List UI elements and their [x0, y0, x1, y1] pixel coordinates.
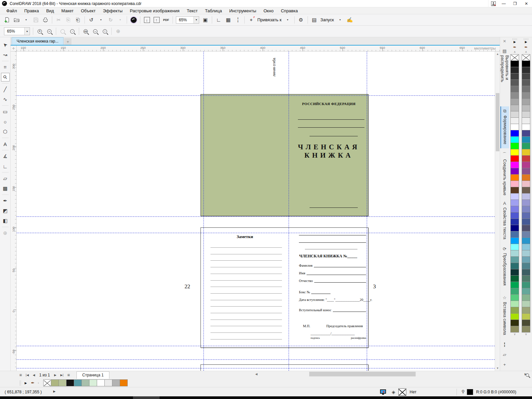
- standard-palette-swatch[interactable]: [510, 256, 519, 263]
- second-palette-swatch[interactable]: [522, 162, 530, 168]
- next-page-button[interactable]: ▶: [52, 372, 58, 378]
- name-row[interactable]: Имя: [299, 270, 366, 275]
- account-icon[interactable]: [488, 0, 498, 7]
- document-palette-swatch[interactable]: [104, 379, 112, 386]
- standard-palette-swatch[interactable]: [510, 231, 519, 238]
- color-proof-icon[interactable]: [380, 389, 386, 394]
- join-date-line[interactable]: Дата вступления: "____"______________20_…: [299, 298, 367, 302]
- freehand-tool-icon[interactable]: ╱: [1, 85, 10, 94]
- horizontal-guideline[interactable]: [17, 346, 495, 346]
- menu-item-table[interactable]: Таблица: [201, 7, 225, 14]
- menu-item-edit[interactable]: Правка: [21, 7, 43, 14]
- docker-tab-insert-symbol[interactable]: ☆Вставка символа: [500, 293, 509, 339]
- redo-button[interactable]: ↻: [106, 15, 115, 24]
- second-palette-swatch[interactable]: [522, 218, 530, 225]
- docker-tab-add-docker[interactable]: +: [500, 360, 509, 369]
- standard-palette-swatch[interactable]: [510, 73, 519, 80]
- document-palette-swatch[interactable]: [51, 379, 59, 386]
- vertical-guideline[interactable]: [367, 52, 367, 371]
- dimension-tool-icon[interactable]: ∡: [1, 152, 10, 161]
- docker-tab-align-distribute[interactable]: ▤Выровнять и распределить: [500, 47, 509, 105]
- menu-item-object[interactable]: Объект: [77, 7, 99, 14]
- standard-palette-swatch[interactable]: [510, 212, 519, 219]
- next-page-partial[interactable]: [200, 364, 368, 371]
- second-palette-swatch[interactable]: [522, 193, 530, 200]
- vertical-ruler[interactable]: 300250200150100500-50: [11, 52, 17, 371]
- launch-icon[interactable]: ▤: [310, 15, 319, 24]
- text-tool-icon[interactable]: A: [1, 140, 10, 148]
- zoom-to-all-objects-button[interactable]: ◦: [68, 27, 77, 36]
- standard-palette-swatch[interactable]: [510, 250, 519, 257]
- artistic-media-tool-icon[interactable]: ∿: [1, 95, 10, 104]
- cover-page[interactable]: РОССИЙСКАЯ ФЕДЕРАЦИЯ ЧЛЕНСКАЯ КНИЖКА: [200, 94, 368, 216]
- vertical-scroll-thumb[interactable]: [496, 93, 499, 151]
- notes-ruled-line[interactable]: [210, 326, 282, 326]
- open-button[interactable]: [12, 15, 21, 24]
- notes-ruled-line[interactable]: [210, 260, 282, 261]
- second-palette-swatch[interactable]: [522, 320, 530, 326]
- standard-palette-swatch[interactable]: [510, 206, 519, 212]
- form-blank-line[interactable]: [299, 242, 366, 243]
- standard-palette-swatch[interactable]: [510, 269, 519, 276]
- left-page-number[interactable]: 22: [185, 283, 190, 290]
- scroll-up-arrow[interactable]: ▲: [495, 52, 500, 57]
- second-palette-swatch[interactable]: [522, 231, 530, 238]
- horizontal-ruler[interactable]: 100150200250300350400450500550600650милл…: [17, 46, 500, 52]
- second-palette-eyedropper-icon[interactable]: ✒: [524, 45, 528, 50]
- open-dropdown[interactable]: ▾: [22, 15, 31, 24]
- undo-button[interactable]: ↺: [87, 15, 96, 24]
- propbar-zoom-combo[interactable]: 65% ▾: [4, 27, 30, 35]
- standard-palette-swatch[interactable]: [510, 301, 519, 307]
- standard-palette-swatch[interactable]: [510, 313, 519, 320]
- notes-title[interactable]: Заметки: [201, 234, 289, 239]
- standard-palette-swatch[interactable]: [510, 275, 519, 282]
- standard-palette-swatch[interactable]: [510, 143, 519, 149]
- document-palette-swatch[interactable]: [89, 379, 97, 386]
- standard-palette-swatch[interactable]: [510, 320, 519, 326]
- fill-none-swatch[interactable]: [398, 388, 406, 396]
- drawing-canvas[interactable]: РОССИЙСКАЯ ФЕДЕРАЦИЯ ЧЛЕНСКАЯ КНИЖКА Зам…: [17, 52, 495, 371]
- form-blank-line[interactable]: [299, 235, 366, 235]
- snap-to-dropdown[interactable]: ▾: [283, 15, 292, 24]
- standard-palette-swatch[interactable]: [510, 86, 519, 92]
- menu-item-help[interactable]: Справка: [277, 7, 302, 14]
- second-palette-swatch[interactable]: [522, 117, 530, 124]
- fold-guideline[interactable]: [289, 52, 289, 371]
- notes-ruled-line[interactable]: [210, 280, 282, 281]
- standard-palette-swatch[interactable]: [510, 61, 519, 67]
- second-palette-swatch[interactable]: [522, 212, 530, 219]
- notes-ruled-line[interactable]: [210, 313, 282, 313]
- zoom-level-combo[interactable]: 65% ▾: [176, 16, 199, 24]
- standard-palette-swatch[interactable]: [510, 79, 519, 86]
- connector-tool-icon[interactable]: ∟: [1, 162, 10, 171]
- second-palette-swatch[interactable]: [522, 269, 530, 276]
- second-palette-swatch[interactable]: [522, 67, 530, 73]
- horizontal-guideline[interactable]: [17, 216, 495, 217]
- cover-blank-line[interactable]: [310, 136, 358, 136]
- document-palette-swatch[interactable]: [97, 379, 105, 386]
- show-rulers-button[interactable]: ∟: [214, 15, 223, 24]
- second-palette-swatch[interactable]: [522, 86, 530, 92]
- outline-color-swatch[interactable]: [467, 389, 473, 395]
- notes-ruled-line[interactable]: [210, 339, 282, 339]
- zoom-tool-icon[interactable]: ⚲: [1, 73, 10, 81]
- notes-ruled-line[interactable]: [210, 254, 282, 254]
- menu-item-text[interactable]: Текст: [183, 7, 201, 14]
- standard-palette-swatch[interactable]: [510, 92, 519, 99]
- document-palette-swatch[interactable]: [81, 379, 89, 386]
- second-palette-flyout-arrow[interactable]: ▶: [525, 40, 527, 45]
- document-palette-swatch[interactable]: [43, 379, 51, 386]
- standard-palette-swatch[interactable]: [510, 200, 519, 206]
- interactive-fill-tool-icon[interactable]: ◩: [1, 206, 10, 215]
- copy-button[interactable]: ⎘: [64, 15, 73, 24]
- standard-palette-swatch[interactable]: [510, 155, 519, 162]
- fullscreen-preview-button[interactable]: ▣: [201, 15, 210, 24]
- second-palette-swatch[interactable]: [522, 225, 530, 231]
- paste-button[interactable]: ⎗: [73, 15, 82, 24]
- menu-item-tools[interactable]: Инструменты: [225, 7, 260, 14]
- notes-ruled-line[interactable]: [210, 306, 282, 307]
- zoom-level-dropdown[interactable]: ▾: [194, 17, 199, 23]
- zoom-fit-page-button[interactable]: [524, 372, 530, 378]
- shape-tool-icon[interactable]: ↝: [1, 51, 10, 59]
- second-palette-swatch[interactable]: [522, 174, 530, 181]
